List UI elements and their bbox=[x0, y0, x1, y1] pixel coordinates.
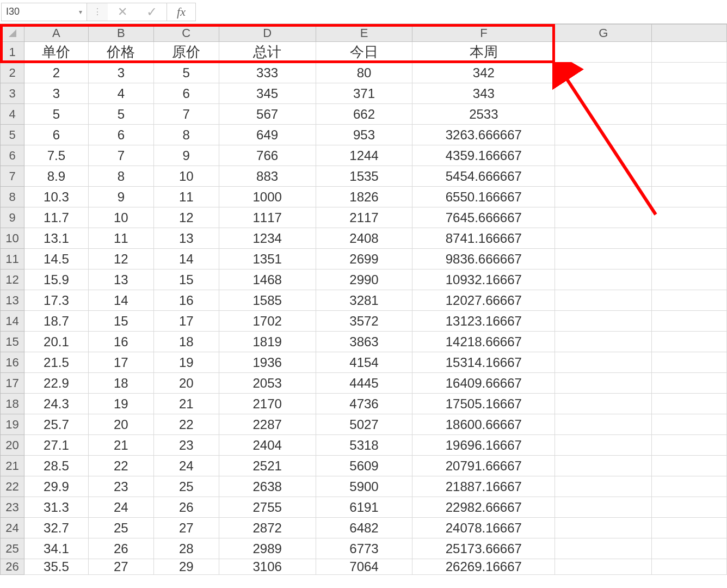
cell[interactable] bbox=[555, 187, 652, 207]
cell[interactable]: 3 bbox=[88, 63, 153, 83]
spreadsheet-grid[interactable]: A B C D E F G 1单价价格原价总计今日本周2235333803423… bbox=[0, 24, 727, 575]
cell[interactable] bbox=[555, 352, 652, 373]
cell[interactable] bbox=[555, 249, 652, 270]
cell[interactable]: 649 bbox=[219, 125, 316, 145]
column-header-A[interactable]: A bbox=[24, 24, 89, 42]
cell[interactable]: 1826 bbox=[316, 187, 412, 207]
cell[interactable]: 27 bbox=[88, 559, 153, 575]
cell[interactable]: 2287 bbox=[219, 414, 316, 435]
row-header[interactable]: 6 bbox=[1, 145, 24, 166]
row-header[interactable]: 5 bbox=[1, 125, 24, 145]
row-header[interactable]: 9 bbox=[1, 207, 24, 228]
cell[interactable]: 16409.66667 bbox=[412, 373, 555, 394]
cell[interactable]: 1585 bbox=[219, 290, 316, 311]
cell[interactable]: 22 bbox=[153, 414, 219, 435]
cell[interactable]: 17.3 bbox=[24, 290, 89, 311]
cell[interactable]: 6191 bbox=[316, 497, 412, 518]
cell[interactable]: 价格 bbox=[88, 42, 153, 63]
row-header[interactable]: 1 bbox=[1, 42, 24, 63]
row-header[interactable]: 11 bbox=[1, 249, 24, 270]
cell[interactable]: 15 bbox=[88, 311, 153, 332]
cell[interactable]: 17505.16667 bbox=[412, 394, 555, 414]
cell[interactable] bbox=[652, 311, 727, 332]
cell[interactable]: 2638 bbox=[219, 476, 316, 497]
cell[interactable]: 17 bbox=[88, 352, 153, 373]
cell[interactable]: 10 bbox=[88, 207, 153, 228]
cell[interactable] bbox=[555, 311, 652, 332]
cell[interactable]: 12027.66667 bbox=[412, 290, 555, 311]
cell[interactable]: 15 bbox=[153, 270, 219, 290]
column-header-C[interactable]: C bbox=[153, 24, 219, 42]
cell[interactable]: 80 bbox=[316, 63, 412, 83]
cell[interactable] bbox=[555, 332, 652, 352]
cell[interactable] bbox=[652, 42, 727, 63]
cell[interactable]: 35.5 bbox=[24, 559, 89, 575]
cell[interactable] bbox=[652, 394, 727, 414]
cell[interactable]: 32.7 bbox=[24, 518, 89, 538]
row-header[interactable]: 12 bbox=[1, 270, 24, 290]
cell[interactable]: 24.3 bbox=[24, 394, 89, 414]
cell[interactable]: 3863 bbox=[316, 332, 412, 352]
cell[interactable]: 5454.666667 bbox=[412, 166, 555, 187]
cell[interactable]: 9836.666667 bbox=[412, 249, 555, 270]
cell[interactable]: 21 bbox=[153, 394, 219, 414]
cell[interactable]: 343 bbox=[412, 83, 555, 104]
cell[interactable] bbox=[555, 104, 652, 125]
cell[interactable]: 2521 bbox=[219, 456, 316, 476]
row-header[interactable]: 20 bbox=[1, 435, 24, 456]
cell[interactable] bbox=[652, 166, 727, 187]
cell[interactable]: 2533 bbox=[412, 104, 555, 125]
cell[interactable]: 22.9 bbox=[24, 373, 89, 394]
cell[interactable]: 27 bbox=[153, 518, 219, 538]
cell[interactable]: 26 bbox=[88, 538, 153, 559]
cell[interactable]: 26269.16667 bbox=[412, 559, 555, 575]
cell[interactable]: 12 bbox=[153, 207, 219, 228]
cell[interactable] bbox=[652, 476, 727, 497]
cell[interactable]: 4736 bbox=[316, 394, 412, 414]
row-header[interactable]: 19 bbox=[1, 414, 24, 435]
cell[interactable] bbox=[652, 187, 727, 207]
cell[interactable] bbox=[555, 373, 652, 394]
cell[interactable]: 6 bbox=[153, 83, 219, 104]
fx-button[interactable]: fx bbox=[167, 3, 196, 21]
cell[interactable]: 3263.666667 bbox=[412, 125, 555, 145]
cell[interactable]: 2117 bbox=[316, 207, 412, 228]
cell[interactable]: 今日 bbox=[316, 42, 412, 63]
row-header[interactable]: 3 bbox=[1, 83, 24, 104]
cell[interactable]: 6 bbox=[24, 125, 89, 145]
cell[interactable]: 31.3 bbox=[24, 497, 89, 518]
cell[interactable]: 29 bbox=[153, 559, 219, 575]
select-all-corner[interactable] bbox=[1, 24, 24, 42]
cell[interactable]: 21.5 bbox=[24, 352, 89, 373]
cell[interactable]: 15.9 bbox=[24, 270, 89, 290]
cell[interactable]: 22 bbox=[88, 456, 153, 476]
cell[interactable]: 10 bbox=[153, 166, 219, 187]
cell[interactable]: 28.5 bbox=[24, 456, 89, 476]
cell[interactable]: 6773 bbox=[316, 538, 412, 559]
confirm-formula-button[interactable]: ✓ bbox=[137, 3, 167, 21]
cell[interactable]: 7645.666667 bbox=[412, 207, 555, 228]
cell[interactable]: 7 bbox=[153, 104, 219, 125]
cell[interactable]: 28 bbox=[153, 538, 219, 559]
cell[interactable]: 19696.16667 bbox=[412, 435, 555, 456]
cell[interactable]: 19 bbox=[88, 394, 153, 414]
cell[interactable] bbox=[652, 352, 727, 373]
cell[interactable]: 10.3 bbox=[24, 187, 89, 207]
cell[interactable]: 4 bbox=[88, 83, 153, 104]
cell[interactable]: 2755 bbox=[219, 497, 316, 518]
formula-input[interactable] bbox=[196, 3, 726, 21]
cell[interactable] bbox=[555, 414, 652, 435]
cell[interactable]: 6482 bbox=[316, 518, 412, 538]
cell[interactable]: 24 bbox=[88, 497, 153, 518]
cell[interactable]: 4154 bbox=[316, 352, 412, 373]
cell[interactable] bbox=[555, 42, 652, 63]
cell[interactable] bbox=[652, 497, 727, 518]
cell[interactable]: 25.7 bbox=[24, 414, 89, 435]
cell[interactable]: 25173.66667 bbox=[412, 538, 555, 559]
cell[interactable]: 单价 bbox=[24, 42, 89, 63]
cell[interactable]: 18 bbox=[88, 373, 153, 394]
cell[interactable] bbox=[652, 83, 727, 104]
cell[interactable]: 10932.16667 bbox=[412, 270, 555, 290]
cell[interactable]: 6 bbox=[88, 125, 153, 145]
cell[interactable] bbox=[652, 332, 727, 352]
